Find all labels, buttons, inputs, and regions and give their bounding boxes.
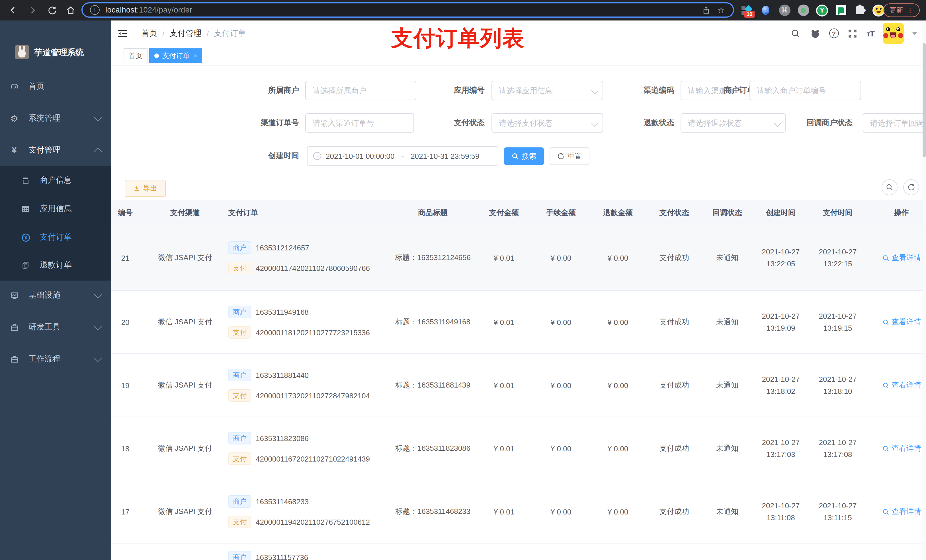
sidebar-item-pay-order[interactable]: 支付订单 — [0, 223, 111, 252]
column-header-title: 商品标题 — [390, 200, 475, 225]
paid-time: 2021-10-2713:18:10 — [819, 373, 857, 397]
view-detail-link[interactable]: 查看详情 — [882, 253, 921, 263]
extension-chat-icon[interactable] — [835, 4, 847, 16]
browser-update-button[interactable]: 更新 ⋮ — [883, 3, 920, 17]
sidebar-item-infra[interactable]: 基础设施 — [0, 281, 111, 309]
sidebar-item-payment[interactable]: ¥ 支付管理 — [0, 136, 111, 165]
extension-vpn-icon[interactable] — [760, 4, 772, 16]
created-date-range-input[interactable]: 2021-10-01 00:00:00 - 2021-10-31 23:59:5… — [307, 146, 498, 166]
extension-recorder-icon[interactable] — [797, 4, 809, 16]
filter-label-app: 应用编号 — [416, 81, 485, 100]
merchant-select[interactable] — [305, 81, 416, 100]
view-detail-link[interactable]: 查看详情 — [882, 507, 921, 517]
paid-time: 2021-10-2713:22:15 — [819, 246, 857, 270]
app-select[interactable] — [492, 81, 603, 100]
clock-icon — [313, 152, 321, 160]
app-title: 芋道管理系统 — [34, 47, 84, 58]
sidebar-item-merchant-info[interactable]: 商户信息 — [0, 166, 111, 195]
extension-y-icon[interactable]: Y — [816, 4, 828, 16]
reset-button[interactable]: 重置 — [549, 147, 589, 165]
briefcase-icon — [9, 354, 20, 364]
search-button[interactable]: 搜索 — [504, 147, 544, 165]
tab-home[interactable]: 首页 — [124, 48, 147, 63]
search-icon — [885, 183, 894, 191]
fee-amount: ¥ 0.00 — [551, 318, 571, 326]
browser-forward-button[interactable] — [24, 0, 41, 21]
merchant-order-no-input[interactable] — [749, 81, 861, 100]
pay-status-select[interactable] — [492, 113, 603, 133]
pay-tag: 支付 — [228, 516, 251, 528]
magnifier-icon — [882, 318, 889, 326]
merchant-order-no: 1635311881440 — [256, 371, 309, 379]
sidebar-item-home[interactable]: 首页 — [0, 72, 111, 101]
created-time: 2021-10-2713:18:02 — [762, 373, 800, 397]
app-window: i localhost:1024/pay/order ☆ 10 ⌘ Y 更新 ⋮… — [0, 0, 926, 560]
header-search-icon[interactable] — [790, 28, 801, 39]
magnifier-icon — [882, 445, 889, 452]
yen-circle-icon — [21, 232, 31, 242]
tab-close-icon[interactable]: × — [194, 52, 197, 59]
breadcrumb-home[interactable]: 首页 — [141, 28, 157, 38]
browser-home-button[interactable] — [62, 0, 79, 21]
breadcrumb-pay-manage[interactable]: 支付管理 — [170, 28, 201, 38]
merchant-tag: 商户 — [228, 495, 251, 508]
export-button[interactable]: 导出 — [125, 180, 166, 197]
view-detail-link[interactable]: 查看详情 — [882, 317, 921, 327]
column-header-no: 编号 — [111, 200, 151, 225]
github-icon[interactable] — [809, 28, 820, 39]
browser-refresh-button[interactable] — [43, 0, 61, 21]
product-title: 标题：1635311881439 — [395, 380, 471, 390]
sidebar-item-app-info[interactable]: 应用信息 — [0, 195, 111, 223]
site-info-icon[interactable]: i — [90, 5, 100, 15]
scrollbar-thumb[interactable] — [923, 43, 926, 157]
date-end: 2021-10-31 23:59:59 — [411, 152, 479, 160]
table-row: 20 微信 JSAPI 支付 商户 1635311949168 支付 42000… — [111, 291, 926, 354]
extension-tabs-icon[interactable]: 10 — [741, 4, 753, 16]
refresh-icon — [47, 5, 57, 15]
product-title: 标题：1635311949168 — [395, 317, 471, 327]
product-title: 标题：1635312124656 — [395, 253, 471, 263]
merchant-order-no: 1635311949168 — [256, 308, 309, 316]
sidebar-item-workflow[interactable]: 工作流程 — [0, 345, 111, 373]
refund-status-select[interactable] — [681, 113, 786, 133]
extension-command-icon[interactable]: ⌘ — [779, 4, 790, 16]
view-detail-link[interactable]: 查看详情 — [882, 380, 921, 390]
sidebar-item-system[interactable]: ⚙ 系统管理 — [0, 104, 111, 133]
table-row: 19 微信 JSAPI 支付 商户 1635311881440 支付 42000… — [111, 354, 926, 417]
bookmark-star-icon[interactable]: ☆ — [717, 6, 725, 14]
active-tab-dot — [154, 53, 159, 58]
help-icon[interactable]: ? — [829, 29, 838, 38]
page-scrollbar[interactable] — [923, 21, 926, 560]
filter-label-merchant: 所属商户 — [231, 81, 299, 100]
refresh-table-button[interactable] — [903, 179, 919, 195]
notify-status: 未通知 — [716, 253, 738, 263]
browser-menu-icon[interactable]: ⋮ — [906, 7, 914, 14]
notify-status-select[interactable] — [863, 113, 926, 133]
table-row-partial: 商户 1635311157736 — [111, 543, 926, 560]
column-header-amount: 支付金额 — [475, 200, 533, 225]
share-icon[interactable] — [701, 5, 710, 15]
filter-label-created: 创建时间 — [231, 146, 299, 166]
fee-amount: ¥ 0.00 — [551, 444, 571, 453]
tab-pay-order[interactable]: 支付订单 × — [149, 48, 203, 63]
pay-amount: ¥ 0.01 — [494, 381, 514, 389]
avatar-dropdown-caret[interactable] — [912, 32, 917, 37]
toggle-search-button[interactable] — [882, 179, 897, 195]
reset-refresh-icon — [557, 152, 564, 160]
browser-profile-avatar[interactable] — [873, 4, 884, 16]
channel-order-no-input[interactable] — [305, 113, 414, 133]
extensions-puzzle-icon[interactable] — [854, 4, 865, 16]
font-size-icon[interactable]: TT — [867, 29, 874, 38]
download-icon — [133, 185, 140, 192]
view-detail-link[interactable]: 查看详情 — [882, 443, 921, 454]
user-avatar[interactable] — [883, 23, 904, 44]
browser-back-button[interactable] — [5, 0, 22, 21]
magnifier-icon — [882, 382, 889, 389]
address-bar[interactable]: i localhost:1024/pay/order ☆ — [82, 2, 734, 18]
merchant-order-no: 1635311157736 — [256, 553, 308, 560]
sidebar-item-dev-tools[interactable]: 研发工具 — [0, 313, 111, 341]
pay-tag: 支付 — [228, 389, 251, 402]
sidebar-item-refund-order[interactable]: 退款订单 — [0, 251, 111, 279]
sidebar-collapse-button[interactable] — [117, 28, 128, 39]
fullscreen-icon[interactable] — [847, 28, 858, 39]
